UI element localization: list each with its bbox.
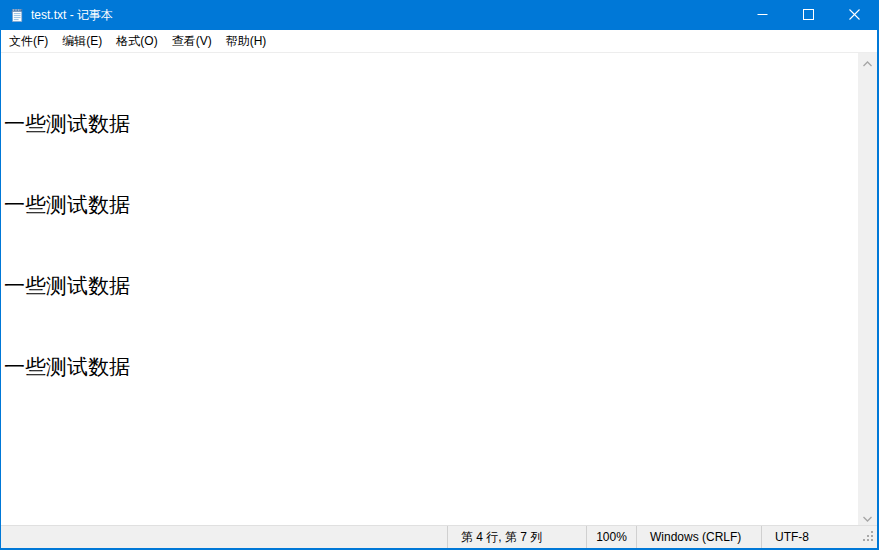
chevron-up-icon (863, 53, 872, 71)
resize-grip[interactable] (859, 526, 877, 548)
text-line: 一些测试数据 (4, 191, 858, 218)
window-title: test.txt - 记事本 (31, 7, 113, 24)
status-bar: 第 4 行, 第 7 列 100% Windows (CRLF) UTF-8 (1, 525, 877, 548)
notepad-window: test.txt - 记事本 (0, 0, 879, 550)
title-bar[interactable]: test.txt - 记事本 (1, 0, 877, 30)
text-line: 一些测试数据 (4, 272, 858, 299)
menu-bar: 文件(F) 编辑(E) 格式(O) 查看(V) 帮助(H) (1, 30, 877, 53)
text-editor[interactable]: 一些测试数据 一些测试数据 一些测试数据 一些测试数据 (1, 53, 858, 525)
menu-file[interactable]: 文件(F) (2, 29, 55, 54)
status-zoom-level: 100% (586, 526, 636, 548)
menu-help[interactable]: 帮助(H) (219, 29, 274, 54)
scroll-down-button[interactable] (858, 508, 877, 525)
maximize-button[interactable] (785, 0, 831, 30)
minimize-button[interactable] (739, 0, 785, 30)
content-area: 一些测试数据 一些测试数据 一些测试数据 一些测试数据 (1, 53, 877, 525)
chevron-down-icon (863, 508, 872, 526)
status-spacer (1, 526, 447, 548)
menu-edit[interactable]: 编辑(E) (55, 29, 109, 54)
menu-format[interactable]: 格式(O) (109, 29, 164, 54)
text-line: 一些测试数据 (4, 110, 858, 137)
notepad-icon (9, 7, 25, 23)
vertical-scrollbar[interactable] (858, 53, 877, 525)
maximize-icon (803, 6, 814, 24)
status-cursor-position: 第 4 行, 第 7 列 (447, 526, 586, 548)
close-button[interactable] (831, 0, 877, 30)
scroll-up-button[interactable] (858, 53, 877, 70)
status-encoding: UTF-8 (761, 526, 859, 548)
resize-grip-icon (863, 531, 874, 545)
close-icon (849, 6, 860, 24)
status-line-ending: Windows (CRLF) (636, 526, 761, 548)
caption-buttons (739, 0, 877, 30)
minimize-icon (757, 6, 768, 24)
menu-view[interactable]: 查看(V) (165, 29, 219, 54)
text-line: 一些测试数据 (4, 353, 858, 380)
